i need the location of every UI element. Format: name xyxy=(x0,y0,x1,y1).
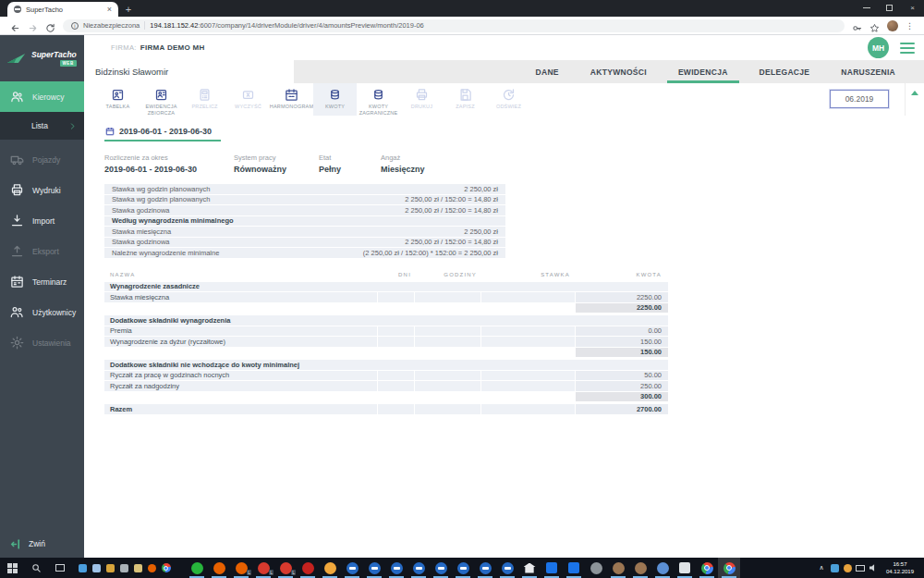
windows-taskbar: LLL ∧ 16:57 04.12.2019 xyxy=(0,558,924,578)
new-tab-button[interactable]: + xyxy=(118,3,139,17)
taskbar-teamviewer-4-icon[interactable] xyxy=(407,558,430,578)
scrollbar xyxy=(905,83,924,116)
taskbar-media-icon[interactable] xyxy=(117,558,131,578)
taskbar-firefox-icon[interactable] xyxy=(208,558,230,578)
taskbar-teamviewer-7-icon[interactable] xyxy=(474,558,496,578)
back-icon[interactable] xyxy=(10,20,20,31)
url-bar[interactable]: i Niezabezpieczona 194.181.152.42:6007/c… xyxy=(63,19,845,32)
month-input[interactable]: 06.2019 xyxy=(830,90,889,108)
main-panel: FIRMA: FIRMA DEMO MH MH Bidzinski Sławom… xyxy=(84,35,924,558)
taskbar-clock[interactable]: 16:57 04.12.2019 xyxy=(880,560,924,575)
taskbar-teamviewer-2-icon[interactable] xyxy=(363,558,385,578)
taskbar-display-icon[interactable] xyxy=(90,558,103,578)
tray-volume-icon[interactable] xyxy=(867,558,880,578)
tab-dane[interactable]: DANE xyxy=(520,60,575,83)
taskbar-chrome-small-icon[interactable] xyxy=(159,558,173,578)
taskbar-teamviewer-5-icon[interactable] xyxy=(430,558,452,578)
odswiez-button[interactable]: ODŚWIEŻ xyxy=(487,83,530,116)
task-view-button[interactable] xyxy=(48,558,72,578)
taskbar-home-icon[interactable] xyxy=(518,558,541,578)
tray-display-icon[interactable] xyxy=(854,558,867,578)
tab-naruszenia[interactable]: NARUSZENIA xyxy=(825,60,911,83)
taskbar-gimp-icon[interactable] xyxy=(607,558,629,578)
drivers-icon xyxy=(10,90,24,104)
user-avatar[interactable]: MH xyxy=(868,37,889,58)
taskbar-teamviewer-6-icon[interactable] xyxy=(452,558,474,578)
sidebar-item-uzytkownicy[interactable]: Użytkownicy xyxy=(0,297,84,327)
info-angaz: Angaż Miesięczny xyxy=(381,154,425,174)
taskbar-chrome-2-icon[interactable] xyxy=(718,558,740,578)
amounts-subtotal-row: 150.00 xyxy=(104,348,668,358)
taskbar-gimp-2-icon[interactable] xyxy=(629,558,651,578)
window-controls: × xyxy=(855,0,924,16)
close-button[interactable]: × xyxy=(901,0,924,16)
taskbar-chrome-icon[interactable] xyxy=(696,558,718,578)
taskbar-thunderbird-2-icon[interactable]: L xyxy=(274,558,297,578)
forward-icon[interactable] xyxy=(28,20,38,31)
cell-stawka xyxy=(481,371,575,381)
sidebar-item-pojazdy[interactable]: Pojazdy xyxy=(0,144,84,175)
sidebar-item-label: Terminarz xyxy=(32,277,67,287)
tray-weather-icon[interactable] xyxy=(841,558,854,578)
taskbar-firefox-2-icon[interactable]: L xyxy=(230,558,252,578)
tab-aktywnosci[interactable]: AKTYWNOŚCI xyxy=(575,60,663,83)
tabelka-button[interactable]: TABELKA xyxy=(96,83,140,116)
tab-close-icon[interactable]: × xyxy=(107,6,112,14)
sidebar-item-wydruki[interactable]: Wydruki xyxy=(0,175,84,205)
sidebar-item-kierowcy[interactable]: Kierowcy xyxy=(0,81,84,112)
taskbar-teamviewer-3-icon[interactable] xyxy=(385,558,407,578)
przelicz-button[interactable]: PRZELICZ xyxy=(183,83,226,116)
scroll-up-arrow-icon[interactable] xyxy=(911,91,918,95)
ewidencja-zbiorcza-button[interactable]: EWIDENCJA ZBIORCZA xyxy=(140,83,183,116)
reload-icon[interactable] xyxy=(45,20,55,31)
sidebar-item-lista[interactable]: Lista xyxy=(0,112,84,140)
sidebar-item-label: Eksport xyxy=(32,247,59,256)
taskbar-teamviewer-8-icon[interactable] xyxy=(496,558,518,578)
taskbar-search-icon[interactable] xyxy=(24,558,48,578)
kwoty-zagraniczne-button[interactable]: KWOTY ZAGRANICZNE xyxy=(357,83,400,116)
drukuj-button[interactable]: DRUKUJ xyxy=(400,83,444,116)
sidebar-item-eksport[interactable]: Eksport xyxy=(0,236,84,266)
taskbar-mail-icon[interactable] xyxy=(76,558,90,578)
taskbar-app-red-icon[interactable] xyxy=(297,558,319,578)
browser-tab[interactable]: SuperTacho × xyxy=(7,2,118,17)
harmonogram-button[interactable]: HARMONOGRAM xyxy=(270,83,313,116)
tray-chevron-up-icon[interactable]: ∧ xyxy=(815,564,828,572)
hamburger-menu-icon[interactable] xyxy=(900,43,915,54)
taskbar-teamviewer-sq-2-icon[interactable] xyxy=(563,558,585,578)
kwoty-button[interactable]: KWOTY xyxy=(313,83,357,116)
password-key-icon[interactable] xyxy=(852,20,862,31)
rates-row: Stawka godzinowa2 250,00 zł / 152:00 = 1… xyxy=(104,238,505,248)
driver-name-tab[interactable]: Bidzinski Sławomir xyxy=(84,60,294,83)
taskbar-thunderbird-icon[interactable]: L xyxy=(252,558,274,578)
maximize-button[interactable] xyxy=(878,0,901,16)
browser-menu-icon[interactable]: ⋮ xyxy=(906,21,914,31)
toolbar-button-label: KWOTY xyxy=(325,104,345,110)
taskbar-teamviewer-sq-1-icon[interactable] xyxy=(541,558,563,578)
zapisz-button[interactable]: ZAPISZ xyxy=(444,83,487,116)
company-label: FIRMA: xyxy=(111,43,137,52)
tab-delegacje[interactable]: DELEGACJE xyxy=(744,60,826,83)
taskbar-app-orange-icon[interactable] xyxy=(319,558,341,578)
start-button[interactable] xyxy=(0,558,24,578)
period-range-tab[interactable]: 2019-06-01 - 2019-06-30 xyxy=(104,124,221,141)
taskbar-storage-icon[interactable] xyxy=(103,558,117,578)
taskbar-notes-icon[interactable] xyxy=(674,558,696,578)
taskbar-teamviewer-1-icon[interactable] xyxy=(341,558,363,578)
tray-app-icon[interactable] xyxy=(828,558,841,578)
taskbar-whatsapp-icon[interactable] xyxy=(186,558,208,578)
bookmark-star-icon[interactable] xyxy=(869,20,880,31)
tab-ewidencja[interactable]: EWIDENCJA xyxy=(663,60,744,83)
browser-profile-avatar[interactable] xyxy=(887,20,898,31)
wyczysc-button[interactable]: WYCZYŚĆ xyxy=(226,83,270,116)
minimize-button[interactable] xyxy=(855,0,878,16)
sidebar-item-ustawienia[interactable]: Ustawienia xyxy=(0,327,84,358)
sidebar-item-terminarz[interactable]: Terminarz xyxy=(0,266,84,297)
sidebar-collapse-button[interactable]: Zwiń xyxy=(0,530,84,558)
taskbar-files-icon[interactable] xyxy=(131,558,145,578)
taskbar-app-globe-icon[interactable] xyxy=(585,558,607,578)
taskbar-app-blue-icon[interactable] xyxy=(651,558,674,578)
sidebar-item-import[interactable]: Import xyxy=(0,205,84,236)
info-icon[interactable]: i xyxy=(71,22,79,30)
taskbar-firefox-small-icon[interactable] xyxy=(145,558,159,578)
